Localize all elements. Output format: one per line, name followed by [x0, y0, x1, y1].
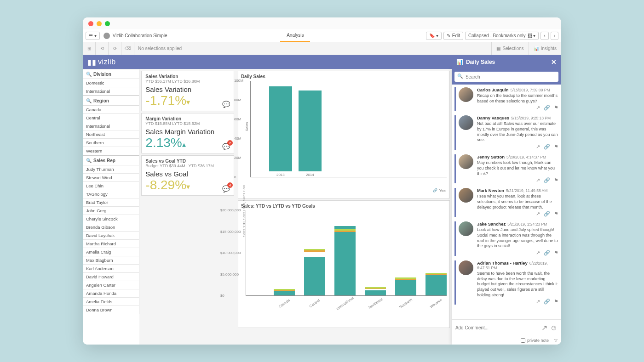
filter-item[interactable]: Central — [83, 114, 139, 122]
link-icon[interactable]: 🔗 — [544, 177, 550, 183]
filter-item[interactable]: Judy Thurman — [83, 165, 139, 174]
kpi-sales-vs-goal[interactable]: Sales vs Goal YTD Budget YTD $39.44M LYT… — [141, 155, 234, 196]
filter-header-salesrep[interactable]: 🔍 Sales Rep — [83, 155, 139, 165]
prev-sheet-button[interactable]: ‹ — [540, 32, 548, 40]
flag-icon[interactable]: ⚑ — [554, 105, 558, 111]
share-icon[interactable]: ↗ — [536, 299, 540, 305]
smart-search-icon[interactable]: ⊞ — [83, 42, 96, 55]
edit-label: Edit — [452, 33, 460, 38]
comment[interactable]: Mark Newton5/21/2019, 11:49:58 AMI see w… — [454, 188, 558, 217]
filter-item[interactable]: Max Blagburn — [83, 256, 139, 265]
comments-search-area — [452, 69, 561, 85]
bookmarks-mode[interactable]: Collapsed - Bookmarks only 🖼 ▾ — [465, 32, 539, 40]
filter-item[interactable]: Karl Anderson — [83, 265, 139, 273]
filter-item[interactable]: Cheryle Sincock — [83, 215, 139, 223]
bar[interactable] — [299, 90, 322, 171]
link-icon[interactable]: 🔗 — [544, 299, 550, 305]
filter-item[interactable]: John Greg — [83, 207, 139, 215]
filter-icon[interactable]: ▽ — [554, 338, 558, 343]
bar[interactable] — [365, 290, 386, 295]
filter-item[interactable]: Brenda Gibson — [83, 223, 139, 232]
share-icon[interactable]: ↗ — [536, 211, 540, 217]
comments-panel: 📊 Daily Sales ✕ Carlos Juaquin5/15/2019,… — [452, 69, 561, 345]
daily-sales-chart[interactable]: Daily Sales Sales 020M40M60M80M100M20132… — [238, 71, 450, 198]
flag-icon[interactable]: ⚑ — [554, 177, 558, 183]
emoji-icon[interactable]: ☺ — [550, 324, 558, 332]
filter-item[interactable]: Domestic — [83, 79, 139, 87]
comment[interactable]: Jenny Sutton5/20/2019, 4:14:37 PMMay num… — [454, 154, 558, 183]
filter-item[interactable]: Northeast — [83, 130, 139, 139]
step-forward-icon[interactable]: ⟳ — [109, 42, 121, 55]
edit-button[interactable]: ✎ Edit — [443, 32, 463, 40]
maximize-dot[interactable] — [105, 21, 110, 26]
filter-item[interactable]: David Laychak — [83, 232, 139, 240]
clear-selections-icon[interactable]: ⌫ — [121, 42, 134, 55]
flag-icon[interactable]: ⚑ — [554, 144, 558, 150]
filter-item[interactable]: Western — [83, 147, 139, 155]
private-note-checkbox[interactable] — [521, 338, 525, 343]
bar[interactable] — [426, 275, 447, 295]
share-icon[interactable]: ↗ — [536, 144, 540, 150]
insights-button[interactable]: 📊 Insights — [529, 42, 561, 55]
filter-item[interactable]: International — [83, 87, 139, 96]
close-dot[interactable] — [88, 21, 93, 26]
kpi-value: -8.29%▾ — [145, 178, 230, 192]
kpi-title: Margin Variation — [145, 116, 230, 121]
link-icon[interactable]: 🔗 — [544, 211, 550, 217]
filter-item[interactable]: Brad Taylor — [83, 198, 139, 207]
kpi-margin-variation[interactable]: Margin Variation YTD $15.85M LYTD $15.52… — [141, 113, 234, 153]
comment[interactable]: Adrian Thomas - Hartley6/22/2019, 6:47:5… — [454, 260, 558, 305]
comment-text: Recap on the leadup to the summer months… — [477, 93, 558, 104]
flag-icon[interactable]: ⚑ — [554, 250, 558, 256]
kpi-sales-variation[interactable]: Sales Variation YTD $36.17M LYTD $36.80M… — [141, 71, 234, 111]
share-icon[interactable]: ↗ — [541, 323, 547, 332]
selections-panel-button[interactable]: ▦ Selections — [491, 42, 528, 55]
filter-header-division[interactable]: 🔍 Division — [83, 69, 139, 79]
filter-item[interactable]: Stewart Wind — [83, 174, 139, 182]
share-icon[interactable]: ↗ — [536, 105, 540, 111]
comment[interactable]: Danny Vasques5/15/2019, 9:25:13 PMNot ba… — [454, 115, 558, 150]
link-icon[interactable]: 🔗 — [544, 105, 550, 111]
filter-item[interactable]: Amanda Honda — [83, 289, 139, 298]
filter-header-region[interactable]: 🔍 Region — [83, 96, 139, 106]
share-icon[interactable]: ↗ — [536, 177, 540, 183]
menu-button[interactable]: ☰ ▾ — [86, 32, 100, 40]
bar[interactable] — [274, 291, 295, 295]
tab-analysis[interactable]: Analysis — [280, 29, 310, 42]
link-icon[interactable]: 🔗 — [544, 144, 550, 150]
close-icon[interactable]: ✕ — [551, 58, 557, 66]
filter-item[interactable]: Amelia Fields — [83, 298, 139, 306]
filter-item[interactable]: International — [83, 122, 139, 130]
flag-icon[interactable]: ⚑ — [554, 299, 558, 305]
minimize-dot[interactable] — [97, 21, 102, 26]
filter-item[interactable]: Lee Chin — [83, 182, 139, 190]
ytd-chart[interactable]: Sales: YTD vs LYTD vs YTD Goals Sales YT… — [238, 200, 450, 328]
next-sheet-button[interactable]: › — [551, 32, 558, 40]
comment[interactable]: Jake Sanchez5/21/2019, 1:24:23 PMLook at… — [454, 221, 558, 256]
filter-item[interactable]: Angelen Carter — [83, 281, 139, 289]
comment[interactable]: Carlos Juaquin5/15/2019, 7:59:09 PMRecap… — [454, 87, 558, 111]
comments-list[interactable]: Carlos Juaquin5/15/2019, 7:59:09 PMRecap… — [452, 85, 561, 319]
salesrep-label: Sales Rep — [93, 158, 115, 163]
filter-item[interactable]: Canada — [83, 106, 139, 114]
link-icon[interactable]: 🔗 — [544, 250, 550, 256]
comment-icon[interactable]: 💬 — [222, 101, 230, 108]
share-icon[interactable]: ↗ — [536, 250, 540, 256]
add-comment-input[interactable] — [455, 325, 539, 330]
bar[interactable] — [334, 226, 356, 295]
filter-item[interactable]: David Howard — [83, 273, 139, 281]
filter-item[interactable]: Southern — [83, 139, 139, 147]
comments-search-input[interactable] — [454, 72, 558, 82]
bookmark-button[interactable]: 🔖 ▾ — [426, 32, 442, 40]
flag-icon[interactable]: ⚑ — [554, 211, 558, 217]
comment-icon[interactable]: 💬4 — [222, 185, 230, 192]
comment-icon[interactable]: 💬2 — [222, 143, 230, 150]
filter-item[interactable]: Donna Brown — [83, 306, 139, 314]
bar[interactable] — [395, 279, 416, 295]
step-back-icon[interactable]: ⟲ — [96, 42, 109, 55]
filter-item[interactable]: TAGnology — [83, 190, 139, 198]
filter-item[interactable]: Martha Richard — [83, 240, 139, 248]
bar[interactable] — [304, 257, 325, 295]
bar[interactable] — [269, 86, 292, 171]
filter-item[interactable]: Amelia Craig — [83, 248, 139, 256]
